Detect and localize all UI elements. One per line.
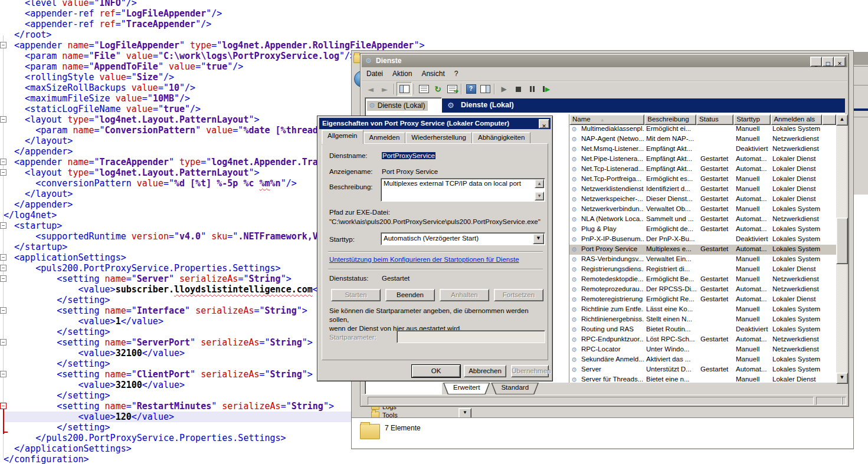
dialog-tab-abhängigkeiten[interactable]: Abhängigkeiten	[472, 132, 530, 144]
tree-item-dienste-lokal[interactable]: ⚙Dienste (Lokal)	[367, 101, 428, 111]
export-list-icon[interactable]: ➜	[445, 83, 459, 96]
scroll-down-button[interactable]: ▼	[836, 373, 848, 384]
fold-collapse-icon[interactable]: −	[0, 159, 6, 165]
dialog-titlebar[interactable]: Eigenschaften von Port Proxy Service (Lo…	[319, 118, 551, 129]
apply-button[interactable]: Übernehmen	[511, 365, 549, 377]
cell-start: Deaktiviert	[736, 235, 770, 242]
fold-collapse-icon[interactable]: −	[0, 265, 6, 271]
menu-item-datei[interactable]: Datei	[362, 67, 388, 78]
fold-collapse-icon[interactable]: −	[0, 116, 6, 123]
menu-item-help[interactable]: ?	[450, 67, 463, 78]
service-row[interactable]: ⚙NAP-Agent (Netwo...Mit dem NAP-...Manue…	[569, 134, 836, 144]
column-header-filler[interactable]	[822, 114, 836, 125]
service-row[interactable]: ⚙Net.Msmq-Listener...Empfängt Akt...Deak…	[569, 144, 836, 154]
scrollbar-thumb[interactable]	[836, 218, 848, 264]
code-line: <value>subscriber.lloydslistintelligence…	[4, 284, 345, 295]
service-name-value[interactable]: PortProxyService	[382, 152, 435, 159]
service-row[interactable]: ⚙Plug & PlayErmöglicht de...GestartetAut…	[569, 225, 836, 235]
description-field[interactable]: Multiplexes external TCP/IP data on loca…	[381, 178, 545, 202]
service-row[interactable]: ⚙RAS-Verbindungsv...Verwaltet Ein...Manu…	[569, 255, 836, 265]
service-row[interactable]: ⚙Netzwerkspeicher-...Dieser Dienst...Ges…	[569, 195, 836, 205]
menu-item-aktion[interactable]: Aktion	[388, 67, 417, 78]
restart-service-icon[interactable]: ▶	[539, 83, 553, 96]
service-row[interactable]: ⚙Net.Tcp-Portfreiga...Ermöglicht es...Ge…	[569, 175, 836, 185]
scroll-down-button[interactable]: ▼	[535, 192, 544, 200]
close-button[interactable]: ✕	[834, 57, 846, 67]
fold-collapse-icon[interactable]: −	[0, 275, 6, 282]
stop-service-button[interactable]: Beenden	[385, 289, 435, 301]
startup-type-select[interactable]: Automatisch (Verzögerter Start) ▼	[381, 232, 545, 245]
service-row[interactable]: ⚙Netzwerkverbindun...Verwaltet Ob...Gest…	[569, 205, 836, 215]
forward-icon[interactable]: ►	[378, 83, 392, 96]
titlebar[interactable]: ⚙ Dienste _ □ ✕	[362, 55, 847, 67]
service-row[interactable]: ⚙Remotedesktopdie...Ermöglicht Be...Gest…	[569, 275, 836, 285]
service-row[interactable]: ⚙Richtlinienergebniss...Stellt einen N..…	[569, 315, 836, 325]
view-tab-standard[interactable]: Standard	[491, 383, 539, 395]
vertical-scrollbar[interactable]: ▲ ▼	[836, 114, 847, 383]
cell-desc: Ermöglicht Be...	[646, 275, 698, 282]
services-list[interactable]: Name▲BeschreibungStatusStarttypAnmelden …	[569, 114, 847, 383]
pause-service-button[interactable]: Anhalten	[440, 289, 489, 301]
service-row[interactable]: ⚙NLA (Network Loca...Sammelt und ...Gest…	[569, 215, 836, 225]
resume-service-button[interactable]: Fortsetzen	[494, 289, 543, 301]
column-header-starttyp[interactable]: Starttyp	[733, 114, 771, 125]
service-row[interactable]: ⚙PnP-X-IP-Busenum...Der PnP-X-Bu...Deakt…	[569, 235, 836, 245]
service-row[interactable]: ⚙Routing und RASBietet Routin...Deaktivi…	[569, 325, 836, 335]
view-tab-label: Standard	[492, 383, 538, 394]
start-params-input[interactable]	[397, 330, 545, 343]
dialog-tab-allgemein[interactable]: Allgemein	[322, 130, 363, 144]
service-gear-icon: ⚙	[571, 286, 577, 294]
fold-collapse-icon[interactable]: −	[0, 339, 6, 345]
service-row[interactable]: ⚙NetzwerklistendienstIdentifiziert d...G…	[569, 185, 836, 195]
service-row[interactable]: ⚙RemoteregistrierungErmöglicht Re...Gest…	[569, 295, 836, 305]
column-header-beschreibung[interactable]: Beschreibung	[644, 114, 696, 125]
scroll-up-button[interactable]: ▲	[836, 114, 848, 126]
stop-service-icon[interactable]	[511, 83, 525, 96]
cell-logon: Lokaler Dienst	[772, 195, 834, 202]
fold-collapse-icon[interactable]: −	[0, 222, 6, 229]
ok-button[interactable]: OK	[412, 365, 460, 377]
view-tab-erweitert[interactable]: Erweitert	[443, 383, 490, 395]
column-header-name[interactable]: Name▲	[569, 114, 644, 125]
pause-service-icon[interactable]	[525, 83, 539, 96]
back-icon[interactable]: ◄	[363, 83, 378, 96]
show-action-pane-icon[interactable]	[478, 83, 492, 96]
column-header-status[interactable]: Status	[696, 114, 733, 125]
service-row[interactable]: ⚙Net.Pipe-Listenera...Empfängt Akt...Ges…	[569, 154, 836, 164]
menu-item-ansicht[interactable]: Ansicht	[417, 67, 449, 78]
service-row[interactable]: ⚙RPC-LocatorUnter Windo...ManuellNetzwer…	[569, 345, 836, 355]
startup-options-help-link[interactable]: Unterstützung beim Konfigurieren der Sta…	[329, 256, 519, 263]
cancel-button[interactable]: Abbrechen	[464, 365, 506, 377]
chevron-down-icon[interactable]: ▼	[533, 233, 544, 244]
dialog-tab-anmelden[interactable]: Anmelden	[363, 132, 406, 144]
service-row[interactable]: ⚙Remoteprozedurau...Der RPCSS-Di...Gesta…	[569, 285, 836, 295]
start-service-button[interactable]: Starten	[331, 289, 381, 301]
scroll-up-button[interactable]: ▲	[535, 179, 544, 188]
help-icon[interactable]: ?	[464, 83, 478, 96]
fold-collapse-icon[interactable]: −	[0, 254, 6, 261]
column-header-anmelden-als[interactable]: Anmelden als	[771, 114, 822, 125]
refresh-icon[interactable]: ↻	[431, 83, 445, 96]
service-row[interactable]: ⚙Multimediaklassenpl...Ermöglicht ei...M…	[569, 124, 836, 134]
fold-collapse-icon[interactable]: −	[0, 307, 6, 314]
maximize-button[interactable]: □	[822, 57, 834, 67]
service-row[interactable]: ⚙Registrierungsdiens...Registriert di...…	[569, 265, 836, 275]
dialog-tab-wiederherstellung[interactable]: Wiederherstellung	[405, 132, 472, 144]
fold-collapse-icon-changed[interactable]: −	[0, 403, 6, 409]
status-cell	[816, 397, 842, 405]
properties-icon[interactable]	[417, 83, 431, 96]
fold-collapse-icon[interactable]: −	[0, 42, 6, 48]
service-row[interactable]: ⚙Server für Threads...Bietet eine n...Ma…	[569, 375, 836, 385]
service-row-selected[interactable]: ⚙Port Proxy ServiceMultiplexes e...Gesta…	[569, 245, 836, 255]
minimize-button[interactable]: _	[810, 57, 822, 67]
start-service-icon[interactable]: ▶	[497, 83, 511, 96]
service-row[interactable]: ⚙Sekundäre Anmeld...Aktiviert das ...Man…	[569, 355, 836, 365]
service-row[interactable]: ⚙RPC-Endpunktzuor...Löst RPC-Sch...Gesta…	[569, 335, 836, 345]
fold-collapse-icon[interactable]: −	[0, 371, 6, 377]
fold-collapse-icon[interactable]: −	[0, 169, 6, 176]
service-row[interactable]: ⚙Richtlinie zum Entfe...Lässt eine Ko...…	[569, 305, 836, 315]
show-console-tree-icon[interactable]	[397, 82, 412, 96]
service-row[interactable]: ⚙ServerUnterstützt D...GestartetAutomat.…	[569, 365, 836, 375]
dialog-close-button[interactable]: ✕	[539, 119, 549, 129]
service-row[interactable]: ⚙Net.Tcp-Listenerad...Empfängt Akt...Ges…	[569, 164, 836, 175]
